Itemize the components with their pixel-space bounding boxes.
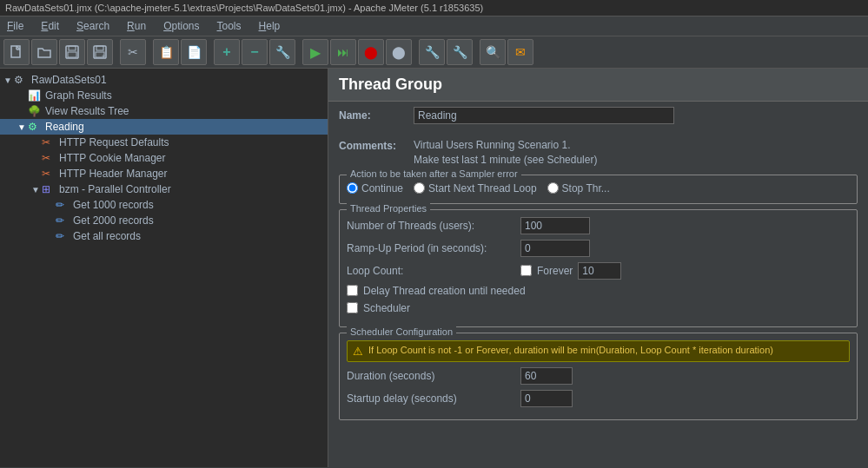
name-section: Name: xyxy=(328,102,868,135)
thread-props-title: Thread Properties xyxy=(347,203,430,214)
loop-count-row: Loop Count: Forever xyxy=(347,262,850,280)
rawdatasets-icon: ⚙ xyxy=(14,74,28,86)
menu-options[interactable]: Options xyxy=(160,18,202,34)
comments-line2: Make test last 1 minute (see Scheduler) xyxy=(414,153,597,168)
toolbar-config[interactable]: 🔧 xyxy=(269,39,295,65)
toolbar-help[interactable]: ✉ xyxy=(507,39,533,65)
tree-label-get-1000: Get 1000 records xyxy=(73,199,154,211)
menu-run[interactable]: Run xyxy=(123,18,149,34)
scheduler-row: Scheduler xyxy=(347,302,850,314)
warning-text: If Loop Count is not -1 or Forever, dura… xyxy=(368,345,773,355)
toolbar-copy[interactable]: 📋 xyxy=(153,39,179,65)
loop-count-input[interactable] xyxy=(578,262,621,280)
tree-item-rawdatasets[interactable]: ▼ ⚙ RawDataSets01 xyxy=(0,72,328,88)
tree-item-get-2000[interactable]: ✏ Get 2000 records xyxy=(0,213,328,228)
main-layout: ▼ ⚙ RawDataSets01 📊 Graph Results 🌳 View… xyxy=(0,69,868,467)
toolbar: + ✂ 📋 📄 + − 🔧 ▶ ⏭ ⬤ ⬤ 🔧 🔧 🔍 ✉ xyxy=(0,36,868,69)
name-input[interactable] xyxy=(414,107,674,124)
num-threads-row: Number of Threads (users): xyxy=(347,217,850,234)
thread-props-box: Thread Properties Number of Threads (use… xyxy=(339,209,858,327)
menu-file[interactable]: File xyxy=(3,18,27,34)
tree-item-parallel-controller[interactable]: ▼ ⊞ bzm - Parallel Controller xyxy=(0,181,328,197)
duration-row: Duration (seconds) xyxy=(347,367,850,385)
toolbar-remote-stop[interactable]: 🔧 xyxy=(447,39,473,65)
error-action-box: Action to be taken after a Sampler error… xyxy=(339,175,858,204)
num-threads-input[interactable] xyxy=(520,217,590,234)
tree-item-reading[interactable]: ▼ ⚙ Reading xyxy=(0,119,328,135)
radio-continue: Continue xyxy=(347,182,403,194)
tree-item-get-all[interactable]: ✏ Get all records xyxy=(0,228,328,244)
startup-delay-label: Startup delay (seconds) xyxy=(347,392,520,405)
warning-icon: ⚠ xyxy=(353,345,363,358)
name-row: Name: xyxy=(339,107,858,124)
delay-thread-label: Delay Thread creation until needed xyxy=(363,285,526,297)
title-bar-text: RawDataSets01.jmx (C:\apache-jmeter-5.1\… xyxy=(5,3,483,13)
name-label: Name: xyxy=(339,109,408,122)
tree-item-get-1000[interactable]: ✏ Get 1000 records xyxy=(0,197,328,213)
radio-stop-label: Stop Thr... xyxy=(562,182,610,194)
delay-thread-checkbox[interactable] xyxy=(347,285,358,296)
menu-bar: File Edit Search Run Options Tools Help xyxy=(0,16,868,36)
tree-label-header-manager: HTTP Header Manager xyxy=(59,168,168,180)
tree-label-view-results: View Results Tree xyxy=(45,105,129,117)
svg-text:+: + xyxy=(102,53,105,59)
tree-label-graph-results: Graph Results xyxy=(45,89,112,102)
toolbar-open[interactable] xyxy=(31,39,57,65)
toolbar-search[interactable]: 🔍 xyxy=(480,39,506,65)
cookie-icon: ✂ xyxy=(42,152,56,164)
scheduler-config-title: Scheduler Configuration xyxy=(347,326,456,337)
tree-label-rawdatasets: RawDataSets01 xyxy=(31,74,107,86)
toolbar-stop[interactable]: ⬤ xyxy=(358,39,384,65)
tree-panel: ▼ ⚙ RawDataSets01 📊 Graph Results 🌳 View… xyxy=(0,69,328,467)
http-defaults-icon: ✂ xyxy=(42,136,56,148)
toolbar-new[interactable] xyxy=(3,39,30,65)
toolbar-run-selected[interactable]: ⏭ xyxy=(330,39,356,65)
title-bar: RawDataSets01.jmx (C:\apache-jmeter-5.1\… xyxy=(0,0,868,16)
tree-item-view-results[interactable]: 🌳 View Results Tree xyxy=(0,103,328,119)
toolbar-collapse[interactable]: − xyxy=(242,39,268,65)
menu-tools[interactable]: Tools xyxy=(214,18,245,34)
delay-thread-row: Delay Thread creation until needed xyxy=(347,285,850,297)
scheduler-config-box: Scheduler Configuration ⚠ If Loop Count … xyxy=(339,333,858,420)
tree-item-http-defaults[interactable]: ✂ HTTP Request Defaults xyxy=(0,135,328,150)
tree-item-cookie-manager[interactable]: ✂ HTTP Cookie Manager xyxy=(0,150,328,166)
num-threads-label: Number of Threads (users): xyxy=(347,220,520,232)
radio-stop-input[interactable] xyxy=(547,182,559,194)
toolbar-save[interactable] xyxy=(59,39,85,65)
radio-next-thread-input[interactable] xyxy=(414,182,425,194)
tree-label-parallel-controller: bzm - Parallel Controller xyxy=(59,183,171,195)
toolbar-save-as[interactable]: + xyxy=(87,39,113,65)
get-2000-icon: ✏ xyxy=(56,214,70,227)
get-all-icon: ✏ xyxy=(56,230,70,242)
toolbar-expand[interactable]: + xyxy=(214,39,240,65)
menu-help[interactable]: Help xyxy=(255,18,284,34)
forever-checkbox[interactable] xyxy=(520,265,532,276)
scheduler-label: Scheduler xyxy=(363,302,410,314)
svg-rect-5 xyxy=(68,52,76,57)
tree-item-graph-results[interactable]: 📊 Graph Results xyxy=(0,88,328,103)
startup-delay-input[interactable] xyxy=(520,390,573,407)
ramp-up-input[interactable] xyxy=(520,240,590,257)
radio-next-thread-label: Start Next Thread Loop xyxy=(428,182,537,194)
duration-input[interactable] xyxy=(520,367,573,385)
toolbar-cut[interactable]: ✂ xyxy=(120,39,146,65)
ramp-up-row: Ramp-Up Period (in seconds): xyxy=(347,240,850,257)
scheduler-checkbox[interactable] xyxy=(347,302,358,313)
error-action-title: Action to be taken after a Sampler error xyxy=(347,168,521,179)
collapse-icon: ▼ xyxy=(3,76,12,85)
radio-continue-input[interactable] xyxy=(347,182,358,194)
ramp-up-label: Ramp-Up Period (in seconds): xyxy=(347,242,520,254)
menu-edit[interactable]: Edit xyxy=(37,18,63,34)
toolbar-remote-start[interactable]: 🔧 xyxy=(419,39,445,65)
graph-results-icon: 📊 xyxy=(28,89,42,102)
loop-count-label: Loop Count: xyxy=(347,265,520,277)
tree-label-cookie-manager: HTTP Cookie Manager xyxy=(59,152,166,164)
toolbar-paste[interactable]: 📄 xyxy=(181,39,207,65)
tree-item-header-manager[interactable]: ✂ HTTP Header Manager xyxy=(0,166,328,181)
tree-label-reading: Reading xyxy=(45,121,84,133)
menu-search[interactable]: Search xyxy=(73,18,113,34)
get-1000-icon: ✏ xyxy=(56,199,70,211)
toolbar-run[interactable]: ▶ xyxy=(302,39,328,65)
toolbar-shutdown[interactable]: ⬤ xyxy=(386,39,412,65)
tree-label-http-defaults: HTTP Request Defaults xyxy=(59,136,169,148)
